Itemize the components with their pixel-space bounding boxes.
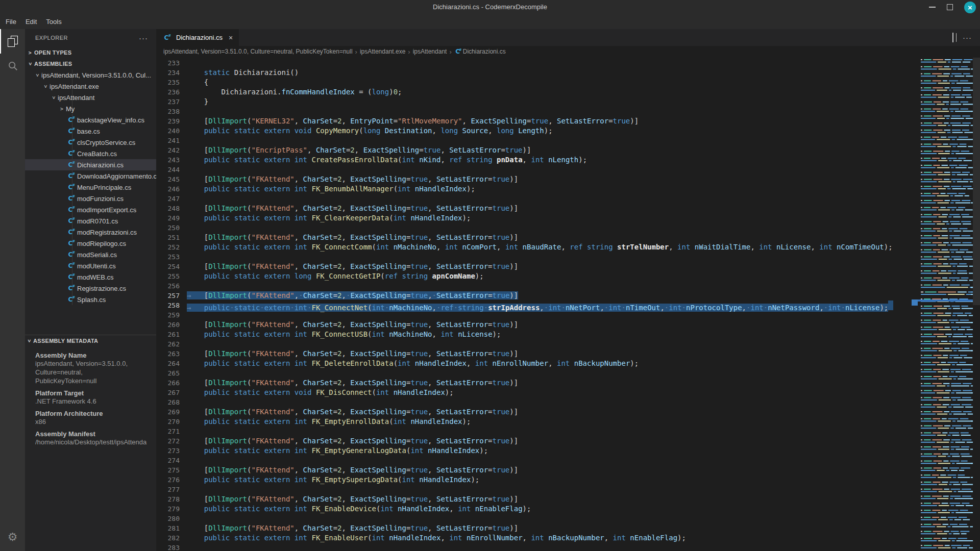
- code-line[interactable]: 261 public static extern int FK_ConnectU…: [156, 330, 918, 339]
- tree-item-my[interactable]: >My: [25, 103, 156, 114]
- tree-item-modseriali-cs[interactable]: C#modSeriali.cs: [25, 249, 156, 260]
- tree-item-modfunzioni-cs[interactable]: C#modFunzioni.cs: [25, 193, 156, 204]
- code-line[interactable]: 235 {: [156, 78, 918, 87]
- code-line[interactable]: 271: [156, 427, 918, 436]
- code-line[interactable]: 241: [156, 136, 918, 145]
- line-text: static Dichiarazioni(): [187, 68, 299, 78]
- csharp-file-icon: C#: [66, 206, 75, 214]
- code-line[interactable]: 244: [156, 165, 918, 174]
- menu-item-tools[interactable]: Tools: [41, 14, 66, 29]
- code-line[interactable]: 260 [DllImport("FKAttend", CharSet=2, Ex…: [156, 320, 918, 330]
- code-line[interactable]: 265: [156, 368, 918, 378]
- code-line[interactable]: 272 [DllImport("FKAttend", CharSet=2, Ex…: [156, 436, 918, 446]
- code-line[interactable]: 236 Dichiarazioni.fnCommHandleIndex = (l…: [156, 87, 918, 97]
- code-line[interactable]: 243 public static extern int CreatePassE…: [156, 155, 918, 165]
- editor-more-actions-icon[interactable]: ···: [963, 33, 972, 42]
- vertical-scrollbar[interactable]: [973, 57, 980, 551]
- code-line[interactable]: 274: [156, 456, 918, 465]
- split-editor-button[interactable]: [952, 33, 953, 42]
- tab-close-icon[interactable]: ×: [229, 34, 233, 42]
- section-assemblies[interactable]: > ASSEMBLIES: [25, 58, 156, 69]
- code-line[interactable]: 252 public static extern int FK_ConnectC…: [156, 242, 918, 252]
- scrollbar-slider[interactable]: [973, 58, 980, 305]
- code-line[interactable]: 283: [156, 543, 918, 551]
- tree-item-registrazione-cs[interactable]: C#Registrazione.cs: [25, 283, 156, 294]
- code-line[interactable]: 253: [156, 252, 918, 262]
- search-activity-button[interactable]: [0, 54, 25, 78]
- breadcrumb-item[interactable]: ipsAttendant, Version=3.51.0.0, Culture=…: [163, 48, 353, 55]
- restore-button[interactable]: [947, 4, 953, 10]
- tree-item-splash-cs[interactable]: C#Splash.cs: [25, 294, 156, 305]
- breadcrumb-item[interactable]: Dichiarazioni.cs: [463, 48, 506, 55]
- code-line[interactable]: 239 [DllImport("KERNEL32", CharSet=2, En…: [156, 116, 918, 126]
- code-line[interactable]: 268: [156, 397, 918, 407]
- code-line[interactable]: 262: [156, 339, 918, 349]
- code-line[interactable]: 277: [156, 485, 918, 494]
- code-line[interactable]: 242 [DllImport("EncriptPass", CharSet=2,…: [156, 145, 918, 155]
- code-line[interactable]: 240 public static extern void CopyMemory…: [156, 126, 918, 136]
- code-line[interactable]: 263 [DllImport("FKAttend", CharSet=2, Ex…: [156, 349, 918, 359]
- code-line[interactable]: 281 [DllImport("FKAttend", CharSet=2, Ex…: [156, 523, 918, 533]
- tree-item-downloadaggiornamento-cs[interactable]: C#DownloadAggiornamento.cs: [25, 170, 156, 182]
- code-line[interactable]: 269 [DllImport("FKAttend", CharSet=2, Ex…: [156, 407, 918, 417]
- tree-item-backstageview-info-cs[interactable]: C#backstageView_info.cs: [25, 114, 156, 126]
- assembly-metadata-header[interactable]: > ASSEMBLY METADATA: [25, 335, 156, 346]
- code-line[interactable]: 266 [DllImport("FKAttend", CharSet=2, Ex…: [156, 378, 918, 388]
- menu-item-file[interactable]: File: [1, 14, 21, 29]
- code-line[interactable]: 246 public static extern int FK_BenumbAl…: [156, 184, 918, 194]
- explorer-activity-button[interactable]: [0, 29, 25, 54]
- code-line[interactable]: 245 [DllImport("FKAttend", CharSet=2, Ex…: [156, 174, 918, 184]
- tree-item-modregistrazioni-cs[interactable]: C#modRegistrazioni.cs: [25, 227, 156, 238]
- tree-item-modimportexport-cs[interactable]: C#modImportExport.cs: [25, 204, 156, 215]
- settings-button[interactable]: ⚙: [0, 527, 25, 547]
- minimap[interactable]: [918, 58, 973, 550]
- breadcrumb-item[interactable]: ipsAttendant: [413, 48, 447, 55]
- tree-item-ipsattendant[interactable]: >ipsAttendant: [25, 92, 156, 103]
- code-line[interactable]: 282 public static extern int FK_EnableUs…: [156, 533, 918, 543]
- tree-item-modriepilogo-cs[interactable]: C#modRiepilogo.cs: [25, 238, 156, 249]
- tree-item-modutenti-cs[interactable]: C#modUtenti.cs: [25, 260, 156, 271]
- code-line[interactable]: 276 public static extern int FK_EmptySup…: [156, 475, 918, 485]
- code-line[interactable]: 256: [156, 281, 918, 291]
- code-line[interactable]: 250: [156, 223, 918, 233]
- code-line[interactable]: 275 [DllImport("FKAttend", CharSet=2, Ex…: [156, 465, 918, 475]
- code-line[interactable]: 264 public static extern int FK_DeleteEn…: [156, 359, 918, 368]
- section-open-types[interactable]: > OPEN TYPES: [25, 47, 156, 58]
- code-line[interactable]: 234 static Dichiarazioni(): [156, 68, 918, 78]
- tree-item-label: CreaBatch.cs: [77, 150, 117, 158]
- tree-item-ipsattendant-exe[interactable]: >ipsAttendant.exe: [25, 81, 156, 92]
- code-line[interactable]: 233: [156, 58, 918, 68]
- code-line[interactable]: 279 public static extern int FK_EnableDe…: [156, 504, 918, 514]
- close-button[interactable]: ×: [964, 2, 976, 13]
- line-text: public static extern void FK_DisConnect(…: [187, 388, 454, 397]
- tree-item-menuprincipale-cs[interactable]: C#MenuPrincipale.cs: [25, 182, 156, 193]
- tree-item-clscryptoservice-cs[interactable]: C#clsCryptoService.cs: [25, 137, 156, 148]
- minimize-button[interactable]: [929, 7, 936, 8]
- tree-item-base-cs[interactable]: C#base.cs: [25, 126, 156, 137]
- tree-item-creabatch-cs[interactable]: C#CreaBatch.cs: [25, 148, 156, 159]
- code-line[interactable]: 237 }: [156, 97, 918, 107]
- menu-item-edit[interactable]: Edit: [21, 14, 41, 29]
- tree-item-modr0701-cs[interactable]: C#modR0701.cs: [25, 215, 156, 227]
- code-line[interactable]: 278 [DllImport("FKAttend", CharSet=2, Ex…: [156, 494, 918, 504]
- code-line[interactable]: 248 [DllImport("FKAttend", CharSet=2, Ex…: [156, 204, 918, 213]
- code-line[interactable]: 273 public static extern int FK_EmptyGen…: [156, 446, 918, 456]
- tree-item-ipsattendant-version-3-51-0-0-cul-[interactable]: >ipsAttendant, Version=3.51.0.0, Cul...: [25, 69, 156, 81]
- code-line[interactable]: 247: [156, 194, 918, 204]
- tab-dichiarazioni[interactable]: C# Dichiarazioni.cs ×: [156, 29, 239, 46]
- code-line[interactable]: 270 public static extern int FK_EmptyEnr…: [156, 417, 918, 427]
- code-line[interactable]: 267 public static extern void FK_DisConn…: [156, 388, 918, 397]
- csharp-file-icon: C#: [66, 273, 75, 281]
- code-line[interactable]: 238: [156, 107, 918, 116]
- code-line[interactable]: 254 [DllImport("FKAttend", CharSet=2, Ex…: [156, 262, 918, 271]
- explorer-more-actions-icon[interactable]: ···: [139, 29, 148, 47]
- code-line[interactable]: 257→ [DllImport("FKAttend",·CharSet=2,·E…: [156, 291, 918, 300]
- breadcrumb-item[interactable]: ipsAttendant.exe: [360, 48, 405, 55]
- code-line[interactable]: 258→ public·static·extern·int·FK_Connect…: [156, 300, 918, 310]
- code-line[interactable]: 280: [156, 514, 918, 523]
- code-line[interactable]: 249 public static extern int FK_ClearKee…: [156, 213, 918, 223]
- tree-item-dichiarazioni-cs[interactable]: C#Dichiarazioni.cs: [25, 159, 156, 170]
- code-line[interactable]: 255 public static extern long FK_Connect…: [156, 271, 918, 281]
- tree-item-modweb-cs[interactable]: C#modWEB.cs: [25, 271, 156, 283]
- code-line[interactable]: 251 [DllImport("FKAttend", CharSet=2, Ex…: [156, 233, 918, 242]
